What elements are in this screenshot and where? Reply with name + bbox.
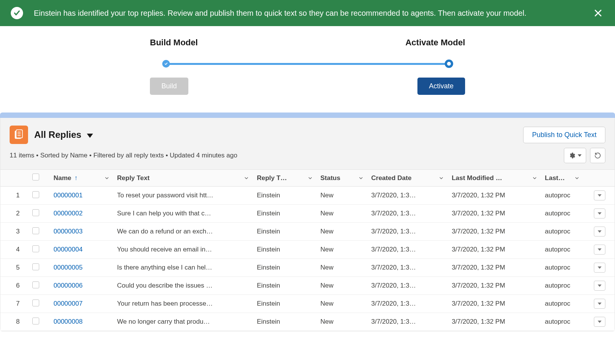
row-checkbox[interactable] — [32, 209, 39, 216]
progress-step-activate-icon — [445, 60, 453, 68]
publish-quick-text-button[interactable]: Publish to Quick Text — [523, 127, 605, 143]
row-reply-text: Is there anything else I can hel… — [115, 259, 255, 277]
col-header-name[interactable]: Name↑ — [51, 170, 115, 187]
row-select-cell[interactable] — [30, 259, 51, 277]
col-header-rownum — [0, 170, 30, 187]
activate-button[interactable]: Activate — [417, 78, 465, 95]
row-modified-date: 3/7/2020, 1:32 PM — [449, 259, 542, 277]
row-name-link[interactable]: 00000003 — [51, 223, 115, 241]
row-actions-cell — [585, 313, 615, 331]
table-row: 400000004You should receive an email in…… — [0, 241, 615, 259]
list-object-icon — [10, 126, 28, 144]
caret-down-icon — [578, 154, 582, 157]
row-actions-menu[interactable] — [594, 208, 605, 218]
col-header-reply-text[interactable]: Reply Text — [115, 170, 255, 187]
build-button[interactable]: Build — [150, 78, 188, 95]
select-all-checkbox[interactable] — [32, 174, 39, 180]
row-checkbox[interactable] — [32, 299, 39, 306]
row-name-link[interactable]: 00000007 — [51, 295, 115, 313]
row-modified-date: 3/7/2020, 1:32 PM — [449, 205, 542, 223]
row-name-link[interactable]: 00000002 — [51, 205, 115, 223]
list-view-picker[interactable]: All Replies — [34, 129, 93, 140]
row-last: autoproc — [543, 295, 585, 313]
row-created-date: 3/7/2020, 1:3… — [369, 277, 449, 295]
row-last: autoproc — [543, 205, 585, 223]
row-actions-menu[interactable] — [594, 317, 605, 327]
row-reply-type: Einstein — [254, 223, 318, 241]
row-last: autoproc — [543, 259, 585, 277]
row-name-link[interactable]: 00000001 — [51, 187, 115, 205]
row-status: New — [318, 187, 369, 205]
caret-down-icon — [598, 212, 602, 215]
row-select-cell[interactable] — [30, 187, 51, 205]
caret-down-icon — [598, 194, 602, 197]
row-name-link[interactable]: 00000004 — [51, 241, 115, 259]
row-actions-menu[interactable] — [594, 263, 605, 273]
row-reply-type: Einstein — [254, 241, 318, 259]
row-status: New — [318, 241, 369, 259]
chevron-down-icon — [532, 175, 537, 181]
refresh-button[interactable] — [590, 148, 605, 163]
row-actions-cell — [585, 277, 615, 295]
col-header-reply-type[interactable]: Reply T… — [254, 170, 318, 187]
row-select-cell[interactable] — [30, 223, 51, 241]
row-select-cell[interactable] — [30, 313, 51, 331]
col-header-last[interactable]: Last… — [543, 170, 585, 187]
col-header-last-modified[interactable]: Last Modified … — [449, 170, 542, 187]
row-status: New — [318, 277, 369, 295]
row-number: 1 — [0, 187, 30, 205]
row-name-link[interactable]: 00000008 — [51, 313, 115, 331]
row-actions-menu[interactable] — [594, 245, 605, 255]
row-select-cell[interactable] — [30, 295, 51, 313]
row-actions-cell — [585, 241, 615, 259]
row-select-cell[interactable] — [30, 277, 51, 295]
row-actions-menu[interactable] — [594, 299, 605, 309]
row-reply-type: Einstein — [254, 277, 318, 295]
row-number: 4 — [0, 241, 30, 259]
table-row: 100000001To reset your password visit ht… — [0, 187, 615, 205]
caret-down-icon — [598, 303, 602, 305]
row-modified-date: 3/7/2020, 1:32 PM — [449, 241, 542, 259]
row-created-date: 3/7/2020, 1:3… — [369, 241, 449, 259]
row-checkbox[interactable] — [32, 245, 39, 252]
row-reply-text: We can do a refund or an exch… — [115, 223, 255, 241]
row-name-link[interactable]: 00000005 — [51, 259, 115, 277]
table-row: 700000007Your return has been processe…E… — [0, 295, 615, 313]
table-row: 500000005Is there anything else I can he… — [0, 259, 615, 277]
row-number: 8 — [0, 313, 30, 331]
list-settings-button[interactable] — [564, 148, 586, 163]
col-header-status[interactable]: Status — [318, 170, 369, 187]
row-last: autoproc — [543, 313, 585, 331]
model-stage-panel: Build Model Activate Model Build Activat… — [0, 26, 615, 110]
row-name-link[interactable]: 00000006 — [51, 277, 115, 295]
row-reply-type: Einstein — [254, 187, 318, 205]
row-modified-date: 3/7/2020, 1:32 PM — [449, 223, 542, 241]
panel-accent-strip — [0, 113, 615, 118]
row-modified-date: 3/7/2020, 1:32 PM — [449, 187, 542, 205]
table-row: 300000003We can do a refund or an exch…E… — [0, 223, 615, 241]
row-checkbox[interactable] — [32, 318, 39, 324]
row-checkbox[interactable] — [32, 281, 39, 288]
chevron-down-icon — [308, 175, 313, 181]
row-created-date: 3/7/2020, 1:3… — [369, 205, 449, 223]
row-reply-text: We no longer carry that produ… — [115, 313, 255, 331]
row-actions-menu[interactable] — [594, 227, 605, 237]
row-created-date: 3/7/2020, 1:3… — [369, 313, 449, 331]
col-header-select-all[interactable] — [30, 170, 51, 187]
row-checkbox[interactable] — [32, 191, 39, 198]
close-banner-button[interactable] — [592, 7, 604, 19]
stage-label-activate: Activate Model — [406, 38, 465, 48]
row-checkbox[interactable] — [32, 227, 39, 234]
row-select-cell[interactable] — [30, 241, 51, 259]
row-actions-cell — [585, 205, 615, 223]
row-last: autoproc — [543, 223, 585, 241]
row-checkbox[interactable] — [32, 263, 39, 270]
row-status: New — [318, 295, 369, 313]
row-actions-menu[interactable] — [594, 190, 605, 200]
col-header-created-date[interactable]: Created Date — [369, 170, 449, 187]
row-number: 2 — [0, 205, 30, 223]
replies-list-panel: All Replies Publish to Quick Text 11 ite… — [0, 118, 615, 331]
row-created-date: 3/7/2020, 1:3… — [369, 223, 449, 241]
row-actions-menu[interactable] — [594, 281, 605, 291]
row-select-cell[interactable] — [30, 205, 51, 223]
